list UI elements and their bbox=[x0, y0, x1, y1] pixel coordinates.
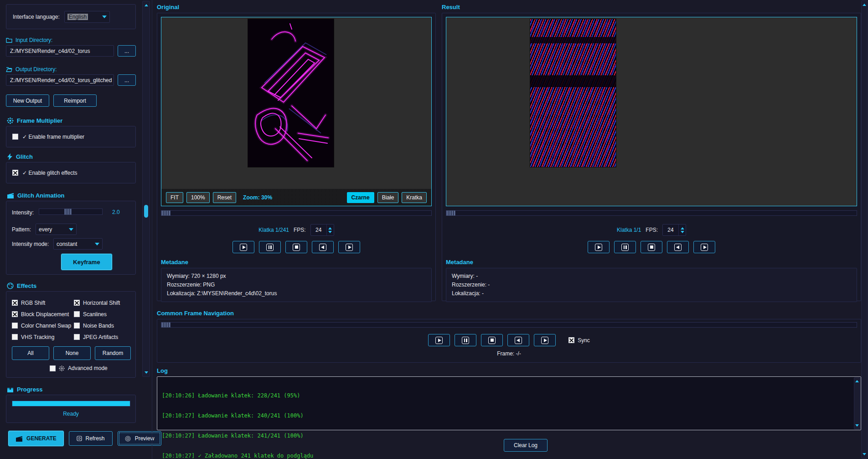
common-prev-frame-button[interactable] bbox=[507, 334, 529, 346]
gear-icon bbox=[59, 365, 65, 371]
effect-checkbox[interactable] bbox=[74, 334, 80, 340]
log-line: [20:10:27] Ładowanie klatek: 241/241 (10… bbox=[162, 433, 856, 439]
result-play-button[interactable] bbox=[588, 241, 610, 253]
log-output[interactable]: [20:10:26] Ładowanie klatek: 228/241 (95… bbox=[157, 376, 861, 430]
keyframe-button[interactable]: Keyframe bbox=[61, 254, 112, 270]
effects-all-button[interactable]: All bbox=[12, 346, 49, 360]
clear-log-button[interactable]: Clear Log bbox=[504, 439, 548, 452]
original-playback-row bbox=[161, 241, 432, 253]
advanced-mode-label: Advanced mode bbox=[68, 365, 108, 371]
glitch-checkbox-label: ✓ Enable glitch effects bbox=[22, 170, 78, 176]
effect-vhs-tracking[interactable]: VHS Tracking bbox=[12, 334, 72, 340]
fit-button[interactable]: FIT bbox=[166, 192, 183, 203]
fps-value: 24 bbox=[311, 227, 326, 233]
effect-scanlines[interactable]: Scanlines bbox=[74, 311, 120, 318]
result-pause-button[interactable] bbox=[614, 241, 636, 253]
effect-horizontal-shift[interactable]: Horizontal Shift bbox=[74, 300, 120, 306]
effect-jpeg-artifacts[interactable]: JPEG Artifacts bbox=[74, 334, 120, 340]
common-next-frame-button[interactable] bbox=[534, 334, 556, 346]
effect-checkbox[interactable] bbox=[12, 323, 18, 329]
input-dir-browse-button[interactable]: ... bbox=[118, 45, 136, 57]
scroll-down-arrow[interactable] bbox=[854, 422, 860, 429]
bg-black-button[interactable]: Czarne bbox=[347, 192, 374, 203]
log-scrollbar[interactable] bbox=[854, 377, 860, 429]
new-output-button[interactable]: New Output bbox=[6, 94, 49, 107]
common-stop-button[interactable] bbox=[481, 334, 503, 346]
common-frame-navigation: Common Frame Navigation Sync Frame: -/- bbox=[157, 310, 861, 363]
effect-block-displacement[interactable]: Block Displacement bbox=[12, 311, 72, 318]
result-fps-spinner[interactable]: 24 bbox=[662, 224, 686, 236]
common-pause-button[interactable] bbox=[455, 334, 476, 346]
result-frame-slider[interactable] bbox=[446, 210, 857, 216]
result-prev-frame-button[interactable] bbox=[667, 241, 689, 253]
original-prev-frame-button[interactable] bbox=[312, 241, 334, 253]
original-preview-canvas[interactable]: FIT 100% Reset Zoom: 30% Czarne Białe Kr… bbox=[161, 17, 432, 206]
effect-checkbox[interactable] bbox=[12, 311, 18, 317]
generate-button[interactable]: GENERATE bbox=[8, 431, 64, 446]
effect-color-channel-swap[interactable]: Color Channel Swap bbox=[12, 323, 72, 329]
meta-location: Lokalizacja: - bbox=[452, 289, 851, 298]
intensity-slider[interactable] bbox=[39, 209, 103, 215]
scroll-up-arrow[interactable] bbox=[862, 1, 867, 8]
original-frame-slider[interactable] bbox=[161, 210, 432, 216]
sidebar-scrollbar[interactable] bbox=[142, 1, 150, 377]
main-scrollbar[interactable] bbox=[861, 0, 868, 459]
original-pause-button[interactable] bbox=[259, 241, 281, 253]
scroll-up-arrow[interactable] bbox=[854, 378, 860, 385]
effect-checkbox[interactable] bbox=[74, 300, 80, 306]
language-dropdown[interactable]: English bbox=[64, 11, 110, 23]
reset-zoom-button[interactable]: Reset bbox=[213, 192, 236, 203]
spinner-arrows[interactable] bbox=[326, 224, 334, 235]
hundred-percent-button[interactable]: 100% bbox=[186, 192, 210, 203]
scroll-down-arrow[interactable] bbox=[143, 369, 150, 376]
result-preview-canvas[interactable] bbox=[446, 17, 857, 206]
input-dir-field[interactable]: Z:/MYSEN/Render_c4d/02_torus bbox=[6, 45, 114, 57]
common-frame-slider[interactable] bbox=[161, 322, 857, 328]
intensity-mode-dropdown[interactable]: constant bbox=[53, 238, 103, 250]
folder-open-icon bbox=[6, 67, 12, 72]
original-frame-slider-handle[interactable] bbox=[161, 210, 170, 216]
glitch-tool-app: { "colors": { "accent_cyan": "#29c5f7", … bbox=[0, 0, 868, 459]
result-next-frame-button[interactable] bbox=[693, 241, 715, 253]
common-play-button[interactable] bbox=[428, 334, 450, 346]
play-icon bbox=[435, 337, 443, 344]
glitch-animation-header: Glitch Animation bbox=[7, 192, 65, 199]
effect-checkbox[interactable] bbox=[74, 323, 80, 329]
intensity-value: 2.0 bbox=[112, 209, 120, 215]
package-icon bbox=[7, 386, 14, 393]
common-frame-slider-handle[interactable] bbox=[161, 322, 170, 328]
glitch-checkbox[interactable] bbox=[12, 170, 18, 176]
reimport-button[interactable]: Reimport bbox=[53, 94, 97, 107]
splitter-handle[interactable] bbox=[144, 205, 148, 218]
scroll-up-arrow[interactable] bbox=[143, 2, 150, 9]
effects-random-button[interactable]: Random bbox=[95, 346, 131, 360]
sync-checkbox-row[interactable]: Sync bbox=[568, 337, 590, 344]
effect-checkbox[interactable] bbox=[12, 300, 18, 306]
advanced-mode-checkbox[interactable] bbox=[50, 365, 56, 371]
bg-grid-button[interactable]: Kratka bbox=[402, 192, 427, 203]
bg-white-button[interactable]: Białe bbox=[377, 192, 399, 203]
original-fps-spinner[interactable]: 24 bbox=[310, 224, 334, 236]
result-frame-slider-handle[interactable] bbox=[446, 210, 455, 216]
spinner-arrows[interactable] bbox=[678, 224, 686, 235]
effect-rgb-shift[interactable]: RGB Shift bbox=[12, 300, 72, 306]
output-dir-browse-button[interactable]: ... bbox=[118, 74, 136, 86]
intensity-slider-handle[interactable] bbox=[64, 209, 72, 215]
pattern-dropdown[interactable]: every bbox=[36, 224, 77, 235]
advanced-mode-checkbox-row[interactable]: Advanced mode bbox=[50, 365, 108, 371]
effect-checkbox[interactable] bbox=[74, 311, 80, 317]
refresh-button[interactable]: Refresh bbox=[69, 431, 113, 446]
original-play-button[interactable] bbox=[232, 241, 254, 253]
scroll-down-arrow[interactable] bbox=[862, 451, 867, 458]
output-dir-field[interactable]: Z:/MYSEN/Render_c4d/02_torus_glitched bbox=[6, 74, 114, 86]
frame-multiplier-checkbox[interactable] bbox=[12, 134, 18, 140]
effect-noise-bands[interactable]: Noise Bands bbox=[74, 323, 120, 329]
original-stop-button[interactable] bbox=[285, 241, 307, 253]
sync-checkbox[interactable] bbox=[568, 337, 574, 343]
frame-multiplier-header: Frame Multiplier bbox=[7, 117, 62, 124]
effects-none-button[interactable]: None bbox=[53, 346, 91, 360]
original-frame-info-row: Klatka 1/241 FPS: 24 bbox=[161, 224, 432, 236]
effect-checkbox[interactable] bbox=[12, 334, 18, 340]
original-next-frame-button[interactable] bbox=[338, 241, 360, 253]
result-stop-button[interactable] bbox=[641, 241, 662, 253]
